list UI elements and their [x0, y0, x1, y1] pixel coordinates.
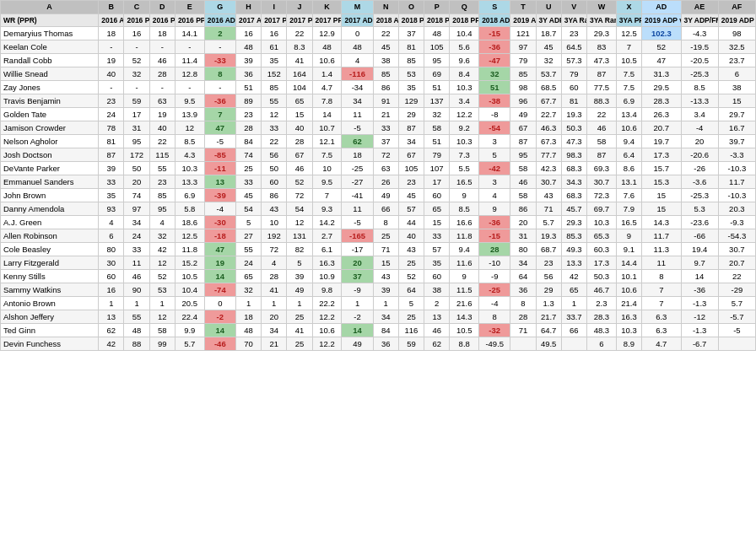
cell-m: -34: [342, 80, 373, 94]
cell-t: 20: [510, 215, 536, 229]
cell-s: -36: [479, 40, 510, 53]
cell-w: 60.3: [586, 242, 616, 256]
cell-u: 71: [536, 202, 561, 215]
cell-m: -116: [342, 67, 373, 80]
col-g-label: G: [204, 1, 235, 14]
cell-o: 116: [398, 323, 424, 337]
cell-i: 1: [262, 296, 287, 310]
cell-e: -: [175, 40, 204, 53]
cell-af: 11.7: [718, 175, 755, 188]
cell-w: 50.3: [586, 269, 616, 283]
cell-ae: 3.4: [681, 107, 718, 121]
cell-e: 10.4: [175, 283, 204, 296]
cell-s: 4: [479, 188, 510, 202]
2017-adpfr-diff-header: 2017 ADP/FR Diff: [342, 13, 373, 26]
cell-c: 34: [124, 215, 149, 229]
cell-i: 86: [262, 188, 287, 202]
table-row: Zay Jones-----51851044.7-3486355110.3519…: [1, 80, 756, 94]
cell-d: 40: [149, 121, 175, 134]
cell-x: 9: [616, 229, 641, 242]
table-row: Sammy Watkins16905310.4-743241499.8-9396…: [1, 283, 756, 296]
cell-s: 32: [479, 67, 510, 80]
cell-i: 55: [262, 94, 287, 107]
cell-x: 10.1: [616, 269, 641, 283]
2017-ppg-rank2-header: 2017 PPG Rank: [287, 13, 312, 26]
cell-d: 46: [149, 53, 175, 67]
cell-w: 87: [586, 67, 616, 80]
cell-q: 7.3: [450, 148, 479, 161]
cell-u: 42.3: [536, 161, 561, 175]
cell-w: 88.3: [586, 94, 616, 107]
cell-n: 22: [373, 26, 398, 40]
cell-d: 95: [149, 202, 175, 215]
cell-o: 35: [398, 80, 424, 94]
cell-p: 65: [424, 202, 450, 215]
cell-o: 105: [398, 161, 424, 175]
cell-b: 81: [99, 134, 124, 148]
cell-q: 9.4: [450, 242, 479, 256]
cell-h: 84: [235, 134, 261, 148]
cell-w: 83: [586, 40, 616, 53]
col-k-label: K: [312, 1, 342, 14]
cell-v: 98.3: [561, 148, 586, 161]
cell-k: 16.3: [312, 256, 342, 269]
cell-e: 5.8: [175, 202, 204, 215]
cell-g: -: [204, 80, 235, 94]
col-ae-label: AE: [681, 1, 718, 14]
cell-ae: 8.5: [681, 80, 718, 94]
cell-e: 11.4: [175, 53, 204, 67]
cell-i: 56: [262, 148, 287, 161]
cell-i: 28: [262, 269, 287, 283]
2016-ppg-rank1-header: 2016 PPG Rank: [124, 13, 149, 26]
cell-t: 31: [510, 229, 536, 242]
col-n-label: N: [373, 1, 398, 14]
cell-o: 64: [398, 283, 424, 296]
col-j-label: J: [287, 1, 312, 14]
3ya-rank2-header: 3YA Rank: [586, 13, 616, 26]
cell-af: -29: [718, 283, 755, 296]
cell-d: 99: [149, 337, 175, 350]
col-e-label: E: [175, 1, 204, 14]
cell-i: 85: [262, 80, 287, 94]
cell-d: 12: [149, 310, 175, 323]
cell-p: 95: [424, 53, 450, 67]
cell-i: 12: [262, 107, 287, 121]
cell-k: 4.7: [312, 80, 342, 94]
cell-j: 164: [287, 67, 312, 80]
cell-k: 14.2: [312, 215, 342, 229]
cell-k: 10.7: [312, 121, 342, 134]
cell-g: 0: [204, 296, 235, 310]
cell-d: 28: [149, 67, 175, 80]
cell-u: 29: [536, 283, 561, 296]
cell-w: 48.3: [586, 323, 616, 337]
cell-o: 43: [398, 242, 424, 256]
cell-n: 37: [373, 134, 398, 148]
cell-u: 1.3: [536, 296, 561, 310]
cell-g: 19: [204, 256, 235, 269]
cell-s: -54: [479, 121, 510, 134]
cell-w: 72.3: [586, 188, 616, 202]
cell-name: Ted Ginn: [1, 323, 99, 337]
cell-s: -49.5: [479, 337, 510, 350]
cell-p: 46: [424, 323, 450, 337]
col-u-label: U: [536, 1, 561, 14]
col-t-label: T: [510, 1, 536, 14]
cell-name: Travis Benjamin: [1, 94, 99, 107]
cell-p: 15: [424, 215, 450, 229]
cell-p: 35: [424, 256, 450, 269]
table-row: A.J. Green434418.6-305101214.2-58441516.…: [1, 215, 756, 229]
cell-g: -: [204, 40, 235, 53]
cell-e: 9.5: [175, 94, 204, 107]
cell-q: 11.6: [450, 256, 479, 269]
cell-s: -15: [479, 26, 510, 40]
cell-g: 47: [204, 121, 235, 134]
cell-g: -2: [204, 310, 235, 323]
cell-m: 34: [342, 94, 373, 107]
cell-p: 17: [424, 175, 450, 188]
cell-u: 56: [536, 269, 561, 283]
cell-m: 0: [342, 26, 373, 40]
cell-p: 57: [424, 242, 450, 256]
cell-ad: 47: [642, 53, 681, 67]
cell-b: 18: [99, 26, 124, 40]
cell-n: 33: [373, 121, 398, 134]
